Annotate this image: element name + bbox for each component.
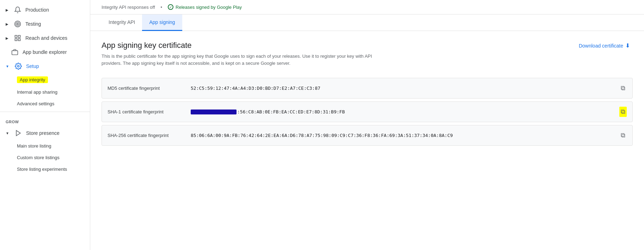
play-icon xyxy=(15,130,22,137)
md5-copy-button[interactable]: ⧉ xyxy=(619,83,627,93)
svg-rect-3 xyxy=(15,36,17,38)
sha1-fingerprint-row: SHA-1 certificate fingerprint :56:C8:AB:… xyxy=(102,101,633,122)
chevron-down-icon: ▼ xyxy=(6,64,9,68)
target-icon xyxy=(14,20,21,27)
chart-icon xyxy=(14,35,21,42)
internal-app-sharing-label: Internal app sharing xyxy=(17,89,57,95)
gear-icon xyxy=(15,63,22,70)
custom-store-listings-label: Custom store listings xyxy=(17,155,60,160)
chevron-icon: ▶ xyxy=(6,36,8,40)
chevron-down-icon: ▼ xyxy=(6,131,9,135)
sha1-value: :56:C8:AB:0E:FB:EA:CC:ED:E7:8D:31:B9:FB xyxy=(191,109,614,115)
sidebar-item-internal-app-sharing[interactable]: Internal app sharing xyxy=(0,86,87,98)
sha256-copy-button[interactable]: ⧉ xyxy=(619,130,627,140)
sidebar-item-app-bundle-explorer[interactable]: App bundle explorer xyxy=(0,45,87,59)
svg-point-8 xyxy=(17,65,19,67)
md5-value: 52:C5:59:12:47:4A:A4:D3:D0:BD:D7:E2:A7:C… xyxy=(191,86,614,91)
download-certificate-label: Download certificate xyxy=(579,43,623,49)
svg-rect-6 xyxy=(15,39,17,41)
md5-fingerprint-row: MD5 certificate fingerprint 52:C5:59:12:… xyxy=(102,78,633,99)
top-info-bar: Integrity API responses off • ✓ Releases… xyxy=(90,0,644,14)
content-area: App signing key certificate This is the … xyxy=(90,31,644,250)
svg-point-1 xyxy=(16,22,19,26)
sidebar-item-custom-store-listings[interactable]: Custom store listings xyxy=(0,152,87,163)
tab-integrity-api[interactable]: Integrity API xyxy=(102,14,142,31)
copy-icon: ⧉ xyxy=(621,85,625,92)
sidebar-label-setup: Setup xyxy=(26,63,39,69)
sidebar-label-testing: Testing xyxy=(25,21,41,27)
svg-point-2 xyxy=(17,23,18,24)
sha1-label: SHA-1 certificate fingerprint xyxy=(108,109,185,114)
sidebar-item-store-listing-experiments[interactable]: Store listing experiments xyxy=(0,163,87,175)
check-icon: ✓ xyxy=(168,4,173,10)
chevron-icon: ▶ xyxy=(6,22,8,26)
bell-icon xyxy=(14,6,21,13)
cert-header-row: App signing key certificate This is the … xyxy=(102,41,633,75)
download-certificate-button[interactable]: Download certificate ⬇ xyxy=(576,41,633,50)
md5-label: MD5 certificate fingerprint xyxy=(108,86,185,91)
sidebar-label-reach: Reach and devices xyxy=(25,35,67,41)
integrity-api-status: Integrity API responses off xyxy=(102,5,155,10)
section-title: App signing key certificate xyxy=(102,41,391,50)
download-icon: ⬇ xyxy=(625,42,630,49)
sidebar-item-testing[interactable]: ▶ Testing xyxy=(0,17,87,31)
sidebar-item-app-integrity[interactable]: App integrity xyxy=(0,73,87,86)
sidebar: ▶ Production ▶ Testing ▶ xyxy=(0,0,90,250)
svg-marker-9 xyxy=(16,131,20,136)
sidebar-item-main-store-listing[interactable]: Main store listing xyxy=(0,140,87,152)
bundle-icon xyxy=(11,49,18,56)
grow-section-label: Grow xyxy=(0,114,90,126)
sha1-redacted-overlay xyxy=(191,110,237,114)
releases-status-text: Releases signed by Google Play xyxy=(176,5,242,10)
tab-app-signing[interactable]: App signing xyxy=(142,14,182,31)
separator-dot: • xyxy=(161,5,162,10)
sha256-value: 85:06:6A:00:9A:FB:76:42:64:2E:EA:6A:D6:7… xyxy=(191,133,614,138)
sha1-copy-button[interactable]: ⧉ xyxy=(619,107,627,117)
sidebar-item-setup[interactable]: ▼ Setup xyxy=(0,59,87,73)
main-store-listing-label: Main store listing xyxy=(17,143,51,149)
main-content: Integrity API responses off • ✓ Releases… xyxy=(90,0,644,250)
svg-rect-7 xyxy=(12,51,18,55)
sha256-fingerprint-row: SHA-256 certificate fingerprint 85:06:6A… xyxy=(102,125,633,146)
sha256-label: SHA-256 certificate fingerprint xyxy=(108,133,185,138)
sidebar-label-bundle: App bundle explorer xyxy=(23,49,67,55)
sha1-visible-value: :56:C8:AB:0E:FB:EA:CC:ED:E7:8D:31:B9:FB xyxy=(237,109,345,114)
cert-title-block: App signing key certificate This is the … xyxy=(102,41,391,75)
store-listing-experiments-label: Store listing experiments xyxy=(17,167,67,172)
sidebar-item-advanced-settings[interactable]: Advanced settings xyxy=(0,98,87,110)
sidebar-label-store-presence: Store presence xyxy=(26,130,60,136)
chevron-icon: ▶ xyxy=(6,8,8,12)
sidebar-label-production: Production xyxy=(25,7,49,13)
sidebar-item-reach-devices[interactable]: ▶ Reach and devices xyxy=(0,31,87,45)
app-integrity-label: App integrity xyxy=(17,76,48,83)
advanced-settings-label: Advanced settings xyxy=(17,101,54,106)
copy-icon: ⧉ xyxy=(621,132,625,139)
svg-rect-4 xyxy=(18,36,20,38)
section-description: This is the public certificate for the a… xyxy=(102,53,391,67)
sidebar-item-store-presence[interactable]: ▼ Store presence xyxy=(0,126,87,140)
releases-status-indicator: ✓ Releases signed by Google Play xyxy=(168,4,242,10)
sidebar-divider xyxy=(0,112,90,112)
copy-icon: ⧉ xyxy=(621,108,625,115)
sidebar-item-production[interactable]: ▶ Production xyxy=(0,3,87,17)
svg-rect-5 xyxy=(18,39,20,41)
tabs-bar: Integrity API App signing xyxy=(90,14,644,31)
